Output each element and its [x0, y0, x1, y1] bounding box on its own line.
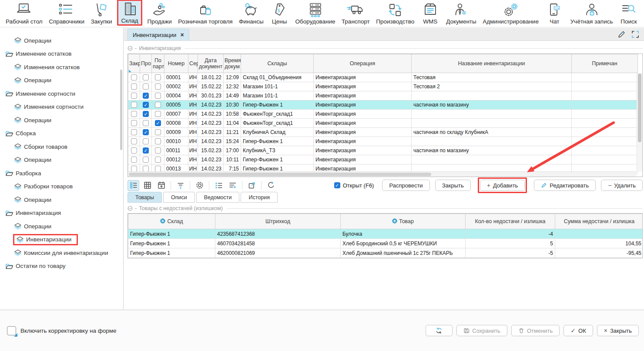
inventory-table-hscrollbar[interactable] [128, 171, 637, 177]
expand-icon[interactable] [631, 30, 640, 39]
open-f6-checkbox[interactable]: ✓ [334, 182, 340, 188]
column-header[interactable]: Номер [164, 54, 188, 73]
inventory-row[interactable]: ✓00009ИН14.02.2311:21КлубничкА СкладИнве… [128, 128, 638, 137]
row-checkbox[interactable] [131, 157, 137, 163]
nav-item-sales[interactable]: Продажи [146, 1, 173, 26]
nav-item-transport[interactable]: Транспорт [340, 1, 371, 26]
row-checkbox[interactable] [131, 147, 137, 154]
column-header[interactable]: Закр [128, 54, 140, 73]
sidebar-item[interactable]: Операции [0, 220, 123, 233]
refresh-button[interactable] [426, 325, 453, 336]
ok-button[interactable]: ✓ ОК [564, 325, 593, 336]
sidebar-item[interactable]: Изменения остатков [0, 60, 123, 74]
detail-tab-4[interactable]: История [241, 192, 277, 203]
collapse-icon[interactable] [127, 46, 133, 51]
sidebar-item[interactable]: Операции [0, 114, 123, 127]
sidebar-item[interactable]: Изменение сортности [0, 87, 123, 100]
inventory-row[interactable]: ✓00005ИН14.02.2310:30Гипер-Фьюжен 1Инвен… [128, 100, 638, 110]
detail-tab-2[interactable]: Описи [163, 192, 195, 203]
column-header[interactable]: Сери [188, 54, 198, 73]
num-list-toolbar-button[interactable] [213, 180, 225, 191]
nav-item-finance[interactable]: Финансы [238, 1, 265, 26]
row-checkbox[interactable] [155, 147, 161, 154]
row-checkbox[interactable] [131, 84, 137, 90]
sidebar-item[interactable]: Разборка [0, 167, 123, 180]
sidebar-item[interactable]: Комиссии для инвентаризации [0, 246, 123, 260]
sidebar-item[interactable]: Операции [0, 74, 123, 87]
row-checkbox[interactable]: ✓ [143, 111, 149, 117]
inventory-row[interactable]: ✓00008ИН14.02.2311:04ФьюженТорг_склад1Ин… [128, 119, 638, 128]
edit-button[interactable]: Редактировать [534, 180, 596, 191]
nav-item-wms[interactable]: WMS [419, 1, 441, 26]
row-checkbox[interactable]: ✓ [143, 129, 149, 135]
row-checkbox[interactable] [143, 84, 149, 90]
filter-toolbar-button[interactable] [174, 180, 186, 191]
row-checkbox[interactable] [155, 93, 161, 99]
inventory-row[interactable]: ✓00004ИН30.01.2314:49Магазин 101-1Инвент… [128, 91, 638, 100]
sidebar-scrollbar-thumb[interactable] [120, 70, 122, 150]
nav-item-chat[interactable]: Чат [543, 1, 565, 26]
calendar-toolbar-button[interactable] [155, 180, 167, 191]
inventory-row[interactable]: ✓00011ИН15.02.2317:00КлубникА_ТЗИнвентар… [128, 146, 638, 155]
nav-item-prices[interactable]: $ Цены [268, 1, 290, 26]
nav-item-equipment[interactable]: Оборудование [294, 1, 337, 26]
row-checkbox[interactable]: ✓ [155, 120, 161, 126]
nav-item-warehouse[interactable]: Склад [117, 0, 142, 26]
row-checkbox[interactable] [131, 102, 137, 108]
save-button[interactable]: Сохранить [456, 325, 507, 336]
inventory-row[interactable]: 00012ИН14.02.2310:11Гипер-Фьюжен 1Инвент… [128, 155, 638, 164]
column-header[interactable]: Операция [314, 54, 412, 73]
sidebar-item[interactable]: Операции [0, 34, 123, 47]
inventory-row[interactable]: 00001ИН18.01.2212:09Склад 01_Объединения… [128, 73, 638, 82]
row-checkbox[interactable] [143, 138, 149, 144]
tab-inventories[interactable]: Инвентаризации × [127, 29, 189, 40]
row-checkbox[interactable] [155, 84, 161, 90]
unpost-button[interactable]: Распровести [382, 180, 429, 191]
nav-item-search[interactable]: Поиск [618, 1, 640, 26]
collapse-icon[interactable] [127, 206, 133, 211]
close-button[interactable]: × Закрыть [597, 325, 639, 336]
nav-item-production[interactable]: Производство [375, 1, 416, 26]
row-checkbox[interactable] [143, 120, 149, 126]
nav-item-admin[interactable]: Администрирование [481, 1, 540, 26]
sidebar-item[interactable]: Разборки товаров [0, 180, 123, 194]
vscrollbar-thumb[interactable] [638, 74, 641, 142]
nav-item-purchases[interactable]: Закупки [89, 1, 113, 26]
sidebar-item[interactable]: Инвентаризации [0, 233, 123, 247]
sidebar-item[interactable]: Операции [0, 193, 123, 207]
nav-item-desktop[interactable]: Рабочий стол [4, 1, 44, 26]
detail-tab-3[interactable]: Ведомости [196, 192, 240, 203]
row-checkbox[interactable]: ✓ [143, 147, 149, 154]
inventory-row[interactable]: 00002ИН15.02.2212:32Магазин 101-1Инвента… [128, 82, 638, 91]
shortage-row[interactable]: Гипер-Фьюжен 14235687412368Булочка-4 [128, 229, 643, 239]
row-checkbox[interactable] [131, 74, 137, 80]
row-checkbox[interactable] [131, 111, 137, 117]
shortage-row[interactable]: Гипер-Фьюжен 14620000821069Хлеб Домашний… [128, 248, 643, 258]
row-checkbox[interactable] [155, 138, 161, 144]
list-add-toolbar-button[interactable] [227, 180, 238, 191]
sidebar-item[interactable]: Сборка [0, 127, 123, 140]
column-header[interactable]: Дата документ [198, 54, 224, 73]
column-header[interactable]: Про [140, 54, 152, 73]
column-header[interactable]: Склад [128, 214, 215, 229]
row-checkbox[interactable] [131, 120, 137, 126]
delete-button[interactable]: − Удалить [601, 180, 643, 191]
column-header[interactable]: Товар [341, 214, 466, 229]
inventory-row[interactable]: 00010ИН14.02.2315:24Гипер-Фьюжен 1Инвент… [128, 137, 638, 146]
column-header[interactable]: Кол-во недостачи / излишка [466, 214, 555, 229]
row-checkbox[interactable] [131, 93, 137, 99]
sidebar-item[interactable]: Сборки товаров [0, 140, 123, 154]
nav-item-catalog[interactable]: Справочники [47, 1, 86, 26]
row-checkbox[interactable] [155, 102, 161, 108]
column-header[interactable]: Название инвентаризации [412, 54, 572, 73]
sidebar-item[interactable]: Изменение остатков [0, 47, 123, 61]
column-header[interactable]: Штрихкод [215, 214, 341, 229]
row-checkbox[interactable]: ✓ [143, 102, 149, 108]
add-button[interactable]: + Добавить [480, 180, 525, 191]
column-header[interactable]: По парт [152, 54, 164, 73]
row-checkbox[interactable] [131, 129, 137, 135]
column-header[interactable]: Склады [241, 54, 314, 73]
tab-close-icon[interactable]: × [180, 32, 184, 38]
row-checkbox[interactable] [143, 157, 149, 163]
column-header[interactable]: Примечан [572, 54, 638, 73]
